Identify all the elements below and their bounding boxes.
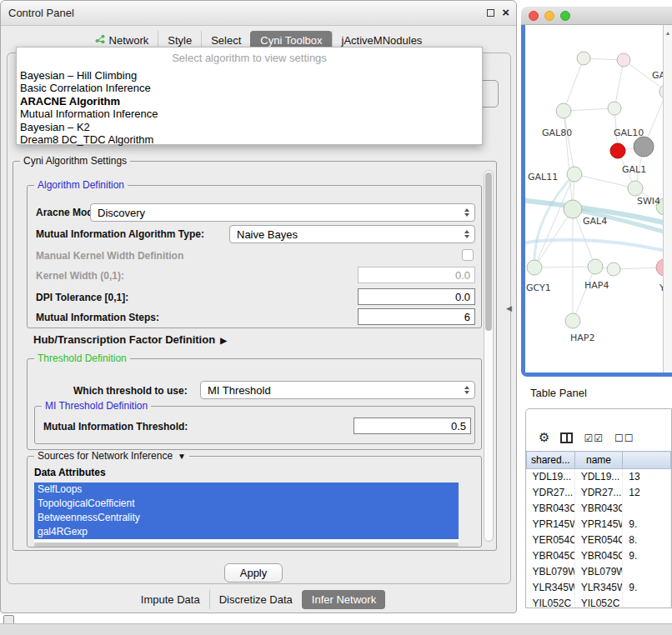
network-node[interactable] xyxy=(577,52,590,65)
network-edge[interactable] xyxy=(614,268,663,269)
network-frame: GALGAL80GAL10GAL11GAL1SWI4GAL4GCY1HAP4YH… xyxy=(521,25,672,377)
algorithm-option-basic-correlation-inference[interactable]: Basic Correlation Inference xyxy=(17,82,482,94)
float-panel-button[interactable] xyxy=(487,6,494,19)
network-node-label: HAP4 xyxy=(584,280,609,291)
settings-scrollbar[interactable] xyxy=(484,170,494,542)
manual-kernel-checkbox[interactable] xyxy=(462,249,474,261)
algorithm-option-mutual-information-inference[interactable]: Mutual Information Inference xyxy=(17,108,482,120)
network-edge[interactable] xyxy=(534,267,595,268)
hub-definition-label: Hub/Transcription Factor Definition xyxy=(33,333,215,346)
kernel-width-field[interactable]: 0.0 xyxy=(358,267,475,283)
network-node-gal11[interactable] xyxy=(567,167,582,182)
network-graph[interactable]: GALGAL80GAL10GAL11GAL1SWI4GAL4GCY1HAP4YH… xyxy=(525,25,663,368)
mi-type-combobox[interactable]: Naive Bayes xyxy=(229,225,475,243)
network-edge[interactable] xyxy=(573,267,595,321)
column-header-shared-[interactable]: shared... xyxy=(527,452,575,469)
network-node-hap2[interactable] xyxy=(565,313,580,328)
network-edge[interactable] xyxy=(564,58,584,111)
network-edge[interactable] xyxy=(534,174,574,268)
zoom-window-button[interactable] xyxy=(560,11,570,21)
column-header-name[interactable]: name xyxy=(574,452,623,469)
minimize-window-button[interactable] xyxy=(544,11,554,21)
mi-steps-field[interactable]: 6 xyxy=(358,308,475,325)
network-node-label: GAL80 xyxy=(542,128,572,138)
table-row[interactable]: YIL052CYIL052C xyxy=(527,596,671,609)
dpi-tolerance-field[interactable]: 0.0 xyxy=(358,288,475,305)
network-node-gal10[interactable] xyxy=(610,143,625,158)
hub-definition-toggle[interactable]: Hub/Transcription Factor Definition▶ xyxy=(33,333,227,346)
network-node-gal4[interactable] xyxy=(564,200,582,218)
network-node-gal1[interactable] xyxy=(628,181,643,196)
table-cell: YDL19... xyxy=(574,469,623,485)
network-edge[interactable] xyxy=(614,60,624,108)
table-row[interactable]: YER054CYER054C8. xyxy=(527,532,671,548)
combobox-arrows-icon xyxy=(464,208,469,217)
mi-type-value: Naive Bayes xyxy=(237,228,298,241)
algorithm-option-bayesian-hill-climbing[interactable]: Bayesian – Hill Climbing xyxy=(17,69,482,82)
network-canvas[interactable]: GALGAL80GAL10GAL11GAL1SWI4GAL4GCY1HAP4YH… xyxy=(525,25,672,372)
network-node[interactable] xyxy=(634,137,654,157)
network-node-hap4[interactable] xyxy=(588,259,603,274)
attribute-list[interactable]: SelfLoopsTopologicalCoefficientBetweenne… xyxy=(34,482,459,542)
cyni-settings-legend: Cyni Algorithm Settings xyxy=(20,155,130,167)
column-header-extra[interactable] xyxy=(623,452,671,469)
table-cell: 12 xyxy=(623,485,671,501)
attribute-item-topologicalcoefficient[interactable]: TopologicalCoefficient xyxy=(34,497,459,511)
close-panel-button[interactable]: × xyxy=(502,6,509,19)
table-row[interactable]: YPR145WYPR145W9. xyxy=(527,517,671,532)
network-node[interactable] xyxy=(608,102,621,115)
network-node-y[interactable] xyxy=(656,259,663,276)
tab-discretize-data[interactable]: Discretize Data xyxy=(209,590,302,609)
select-all-columns-icon[interactable]: ☑☑ xyxy=(584,433,604,443)
attribute-item-gal4rgexp[interactable]: gal4RGexp xyxy=(34,525,459,539)
scrollbar-thumb[interactable] xyxy=(485,172,492,331)
table-row[interactable]: YLR345WYLR345W9. xyxy=(527,580,671,596)
network-scrollbar[interactable]: ▲ xyxy=(663,25,672,372)
algorithm-option-dream8-dc-tdc-algorithm[interactable]: Dream8 DC_TDC Algorithm xyxy=(17,133,482,146)
network-node-gcy1[interactable] xyxy=(527,260,542,275)
aracne-mode-combobox[interactable]: Discovery xyxy=(90,203,475,222)
unselect-all-columns-icon[interactable]: ☐☐ xyxy=(614,433,634,443)
aracne-mode-value: Discovery xyxy=(98,207,145,219)
table-row[interactable]: YDR27...YDR27...12 xyxy=(527,485,671,501)
network-icon xyxy=(95,34,105,47)
which-threshold-combobox[interactable]: MI Threshold xyxy=(200,381,475,399)
attribute-list-hscrollbar[interactable] xyxy=(34,542,459,547)
apply-button[interactable]: Apply xyxy=(224,563,283,582)
table-cell: YIL052C xyxy=(574,596,623,609)
table-row[interactable]: YDL19...YDL19...13 xyxy=(527,469,671,485)
show-columns-icon[interactable] xyxy=(560,432,573,443)
algorithm-option-aracne-algorithm[interactable]: ARACNE Algorithm xyxy=(17,95,482,108)
mi-threshold-field[interactable]: 0.5 xyxy=(354,418,471,434)
network-edge[interactable] xyxy=(574,174,635,188)
scroll-up-icon[interactable]: ▲ xyxy=(664,30,672,36)
threshold-definition-legend: Threshold Definition xyxy=(34,352,130,364)
table-cell: YIL052C xyxy=(527,596,575,609)
table-row[interactable]: YBR045CYBR045C9. xyxy=(527,548,671,564)
table-cell: YDR27... xyxy=(574,485,623,501)
attribute-item-selfloops[interactable]: SelfLoops xyxy=(34,482,459,497)
collapse-down-icon[interactable]: ▼ xyxy=(178,452,186,461)
network-node[interactable] xyxy=(617,53,630,67)
network-node-gal80[interactable] xyxy=(556,103,571,118)
close-window-button[interactable] xyxy=(529,11,539,21)
dropdown-placeholder[interactable]: Select algorithm to view settings xyxy=(17,48,482,69)
network-node-label: HAP2 xyxy=(570,332,594,343)
tab-infer-network[interactable]: Infer Network xyxy=(302,590,385,609)
panel-collapse-arrow[interactable]: ◀ xyxy=(506,304,512,312)
threshold-definition-group: Threshold Definition Which threshold to … xyxy=(27,358,482,450)
table-row[interactable]: YBR043CYBR043C xyxy=(527,501,671,517)
kernel-width-value: 0.0 xyxy=(455,269,470,282)
sources-legend: Sources for Network Inference▼ xyxy=(34,450,189,462)
network-window-titlebar[interactable] xyxy=(521,7,672,25)
mi-threshold-label: Mutual Information Threshold: xyxy=(43,421,188,432)
attribute-item-betweennesscentrality[interactable]: BetweennessCentrality xyxy=(34,511,459,525)
table-panel-title: Table Panel xyxy=(530,387,587,399)
network-node[interactable] xyxy=(607,262,620,276)
algorithm-option-bayesian-k2[interactable]: Bayesian – K2 xyxy=(17,121,482,133)
tab-impute-data[interactable]: Impute Data xyxy=(132,590,209,609)
combobox-arrows-icon xyxy=(464,230,469,238)
network-edge[interactable] xyxy=(564,111,573,209)
table-settings-gear-icon[interactable]: ⚙ xyxy=(539,431,549,443)
table-row[interactable]: YBL079WYBL079W xyxy=(527,564,671,580)
